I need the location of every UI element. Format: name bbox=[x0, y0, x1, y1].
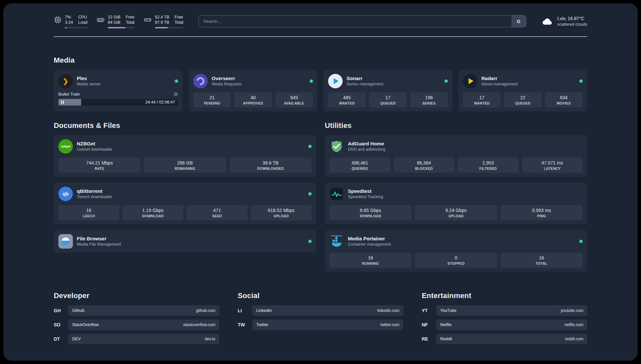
service-card-speedtest[interactable]: Speedtest Speedtest Tracking 9.65 Gbps D… bbox=[325, 183, 587, 224]
service-card-adguard[interactable]: AdGuard Home DNS and adblocking 498,461 … bbox=[325, 135, 587, 177]
service-name: Media Portainer bbox=[348, 236, 391, 241]
service-card-sonarr[interactable]: Sonarr Series management 485 WANTED 17 Q… bbox=[323, 70, 452, 111]
bookmark-stackoverflow[interactable]: SO StackOverflow stackoverflow.com bbox=[54, 319, 219, 330]
bookmark-abbr: SO bbox=[54, 322, 64, 327]
stat-running: 16 RUNNING bbox=[329, 253, 412, 268]
bookmark-pill[interactable]: LinkedIn linkedin.com bbox=[252, 305, 403, 316]
stat-series: 196 SERIES bbox=[410, 92, 448, 107]
bookmark-pill[interactable]: Github github.com bbox=[68, 305, 219, 316]
radarr-icon bbox=[463, 74, 477, 88]
section-title-social: Social bbox=[238, 291, 403, 300]
bookmark-linkedin[interactable]: LI LinkedIn linkedin.com bbox=[238, 305, 403, 316]
stat-rate: 744.21 Mbps RATE bbox=[58, 158, 140, 173]
speedtest-icon bbox=[329, 187, 344, 201]
cpu-percent: 7% bbox=[65, 15, 73, 20]
service-card-plex[interactable]: ❯ Plex Media server Bullet Train ⚙ bbox=[54, 70, 183, 111]
bookmark-pill[interactable]: Reddit reddit.com bbox=[436, 334, 587, 344]
memory-progress-bar bbox=[108, 27, 135, 28]
bookmark-abbr: YT bbox=[422, 308, 432, 313]
stat-latency: 47.571 ms LATENCY bbox=[522, 158, 583, 173]
service-name: AdGuard Home bbox=[348, 141, 385, 146]
stat-queued: 22 QUEUED bbox=[504, 92, 541, 107]
cpu-load-label: Load bbox=[78, 20, 87, 25]
bookmark-twitter[interactable]: TW Twitter twitter.com bbox=[238, 319, 403, 330]
section-title-developer: Developer bbox=[54, 291, 219, 300]
cpu-load-value: 3.24 bbox=[65, 20, 73, 25]
cpu-widget: 7% 3.24 CPU Load bbox=[54, 15, 87, 28]
plex-icon: ❯ bbox=[58, 74, 73, 88]
service-subtitle: DNS and adblocking bbox=[348, 147, 385, 152]
memory-icon bbox=[97, 16, 105, 24]
middle-columns: Documents & Files nzbget NZBGet Usenet d… bbox=[54, 121, 587, 272]
sonarr-icon bbox=[328, 74, 343, 88]
status-dot bbox=[308, 192, 312, 196]
service-name: Speedtest bbox=[348, 188, 383, 194]
stat-downloaded: 39.6 TB DOWNLOADED bbox=[229, 158, 312, 173]
service-card-filebrowser[interactable]: File Browser Media File Management bbox=[54, 230, 316, 253]
memory-total-label: Total bbox=[126, 20, 134, 25]
service-card-portainer[interactable]: Media Portainer Container management 16 … bbox=[325, 230, 587, 272]
stat-blocked: 86,384 BLOCKED bbox=[394, 158, 455, 173]
stat-filtered: 2,953 FILTERED bbox=[458, 158, 519, 173]
status-dot bbox=[579, 240, 583, 243]
weather-widget: Lviv, 16.87°C scattered clouds bbox=[541, 15, 587, 27]
section-title-entertainment: Entertainment bbox=[422, 291, 587, 300]
stat-approved: 40 APPROVED bbox=[234, 92, 272, 107]
service-subtitle: Media server bbox=[77, 82, 101, 86]
cloud-icon bbox=[541, 15, 553, 27]
bookmark-dev[interactable]: DT DEV dev.to bbox=[54, 334, 219, 344]
utilities-section: Utilities AdGuard Home bbox=[325, 121, 587, 272]
search-input[interactable] bbox=[198, 15, 526, 27]
stat-download: 1.19 Gbps DOWNLOAD bbox=[123, 205, 184, 220]
nzbget-icon: nzbget bbox=[58, 139, 73, 154]
service-subtitle: Series management bbox=[347, 82, 383, 86]
bookmark-pill[interactable]: DEV dev.to bbox=[68, 334, 219, 344]
stat-total: 16 TOTAL bbox=[501, 253, 583, 268]
adguard-icon bbox=[329, 139, 344, 154]
status-dot bbox=[175, 79, 178, 83]
service-name: Radarr bbox=[481, 76, 518, 81]
stat-ping: 0.993 ms PING bbox=[501, 205, 583, 220]
service-card-nzbget[interactable]: nzbget NZBGet Usenet downloader 744.21 M… bbox=[54, 135, 316, 177]
bookmark-abbr: DT bbox=[54, 336, 64, 342]
bookmark-pill[interactable]: Twitter twitter.com bbox=[252, 319, 403, 330]
bookmark-pill[interactable]: Netflix netflix.com bbox=[436, 319, 587, 330]
bookmark-github[interactable]: GH Github github.com bbox=[54, 305, 219, 316]
bookmark-abbr: TW bbox=[238, 322, 248, 327]
cpu-progress-bar bbox=[65, 27, 87, 28]
entertainment-bookmarks: Entertainment YT YouTube youtube.com NF … bbox=[422, 291, 587, 348]
top-bar: 7% 3.24 CPU Load bbox=[54, 15, 587, 28]
service-card-radarr[interactable]: Radarr Movie management 17 WANTED 22 QUE… bbox=[458, 70, 587, 111]
media-cards-grid: ❯ Plex Media server Bullet Train ⚙ bbox=[54, 70, 587, 111]
disk-widget: 52.4 TB 97.9 TB Free Total bbox=[144, 15, 183, 28]
weather-location: Lviv, 16.87°C bbox=[557, 15, 587, 22]
bookmark-netflix[interactable]: NF Netflix netflix.com bbox=[422, 319, 587, 330]
cpu-label: CPU bbox=[78, 15, 87, 20]
bookmark-abbr: GH bbox=[54, 308, 64, 313]
bookmark-reddit[interactable]: RE Reddit reddit.com bbox=[422, 334, 587, 344]
bookmark-abbr: LI bbox=[238, 308, 248, 313]
status-dot bbox=[310, 79, 313, 83]
service-subtitle: Media Requests bbox=[212, 82, 241, 86]
system-widgets: 7% 3.24 CPU Load bbox=[54, 15, 183, 28]
service-card-overseerr[interactable]: Overseerr Media Requests 21 PENDING 40 A… bbox=[189, 70, 318, 111]
overseerr-icon bbox=[193, 74, 208, 88]
bookmark-pill[interactable]: StackOverflow stackoverflow.com bbox=[68, 319, 219, 330]
section-title-media: Media bbox=[54, 56, 587, 65]
playback-time: 24:44 / 02:06:47 bbox=[145, 100, 175, 105]
stat-wanted: 17 WANTED bbox=[463, 92, 501, 107]
service-card-qbittorrent[interactable]: qb qBittorrent Torrent downloader 16 LEE… bbox=[54, 183, 316, 224]
search-provider-button[interactable]: G bbox=[511, 15, 526, 27]
bookmark-pill[interactable]: YouTube youtube.com bbox=[436, 305, 587, 316]
stat-upload: 9.24 Gbps UPLOAD bbox=[415, 205, 497, 220]
gear-icon[interactable]: ⚙ bbox=[174, 92, 178, 97]
plex-now-playing-widget: Bullet Train ⚙ 24:44 / 02:06:47 bbox=[58, 92, 178, 106]
disk-icon bbox=[144, 16, 152, 24]
stat-upload: 618.52 Mbps UPLOAD bbox=[251, 205, 312, 220]
pause-icon[interactable] bbox=[61, 101, 64, 104]
stat-available: 945 AVAILABLE bbox=[275, 92, 313, 107]
status-dot bbox=[308, 145, 312, 148]
bookmark-abbr: RE bbox=[422, 336, 432, 342]
playback-progress-bar[interactable]: 24:44 / 02:06:47 bbox=[58, 99, 178, 106]
bookmark-youtube[interactable]: YT YouTube youtube.com bbox=[422, 305, 587, 316]
